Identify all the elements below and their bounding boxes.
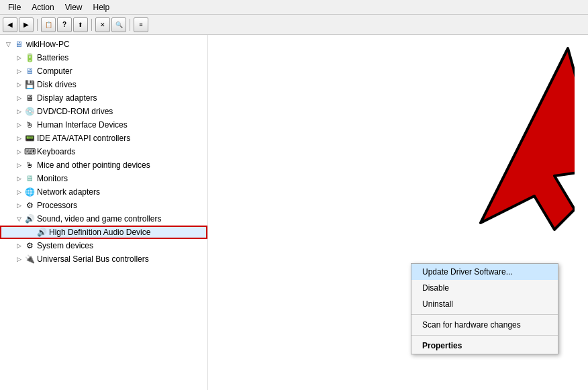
dvd-expander[interactable]: ▷ [13, 106, 24, 117]
keyboards-icon: ⌨ [24, 146, 35, 157]
tree-item-sound[interactable]: ▽ 🔊 Sound, video and game controllers [0, 212, 207, 226]
help-button[interactable]: ? [57, 17, 72, 32]
batteries-expander[interactable]: ▷ [13, 52, 24, 63]
dvd-label: DVD/CD-ROM drives [37, 107, 113, 116]
tree-item-usb[interactable]: ▷ 🔌 Universal Serial Bus controllers [0, 252, 207, 266]
right-panel: Update Driver Software... Disable Uninst… [208, 35, 588, 390]
context-menu-separator-1 [411, 314, 558, 315]
mice-label: Mice and other pointing devices [37, 160, 150, 170]
back-button[interactable]: ◀ [3, 17, 17, 32]
context-menu: Update Driver Software... Disable Uninst… [411, 263, 558, 354]
system-label: System devices [37, 241, 93, 250]
menu-help[interactable]: Help [88, 1, 115, 13]
tree-item-monitors[interactable]: ▷ 🖥 Monitors [0, 172, 207, 185]
tree-item-mice[interactable]: ▷ 🖱 Mice and other pointing devices [0, 158, 207, 172]
display-label: Display adapters [37, 93, 97, 103]
dvd-icon: 💿 [24, 106, 35, 117]
display-icon: 🖥 [24, 93, 35, 103]
usb-expander[interactable]: ▷ [13, 254, 24, 264]
tree-root[interactable]: ▽ 🖥 wikiHow-PC [0, 38, 207, 51]
usb-label: Universal Serial Bus controllers [37, 254, 149, 264]
tree-item-ide[interactable]: ▷ 📟 IDE ATA/ATAPI controllers [0, 132, 207, 145]
mice-expander[interactable]: ▷ [13, 160, 24, 170]
display-expander[interactable]: ▷ [13, 93, 24, 103]
processors-label: Processors [37, 201, 77, 210]
keyboards-label: Keyboards [37, 147, 75, 156]
tree-item-disk[interactable]: ▷ 💾 Disk drives [0, 78, 207, 91]
hid-icon: 🖱 [24, 119, 35, 130]
forward-button[interactable]: ▶ [19, 17, 34, 32]
hid-expander[interactable]: ▷ [13, 119, 24, 130]
tree-item-processors[interactable]: ▷ ⚙ Processors [0, 199, 207, 212]
tree-item-display[interactable]: ▷ 🖥 Display adapters [0, 91, 207, 105]
system-expander[interactable]: ▷ [13, 240, 24, 251]
usb-icon: 🔌 [24, 254, 35, 264]
monitors-label: Monitors [37, 174, 68, 183]
menu-file[interactable]: File [3, 1, 26, 13]
ide-expander[interactable]: ▷ [13, 133, 24, 144]
tree-item-system[interactable]: ▷ ⚙ System devices [0, 239, 207, 252]
context-menu-item-scan[interactable]: Scan for hardware changes [411, 317, 558, 333]
toolbar: ◀ ▶ 📋 ? ⬆ ✕ 🔍 ≡ [0, 15, 588, 35]
menu-view[interactable]: View [60, 1, 88, 13]
root-icon: 🖥 [13, 39, 24, 50]
tree-item-batteries[interactable]: ▷ 🔋 Batteries [0, 51, 207, 64]
scan-hardware-button[interactable]: 🔍 [111, 17, 126, 32]
disk-label: Disk drives [37, 80, 77, 89]
hid-label: Human Interface Devices [37, 120, 128, 130]
system-icon: ⚙ [24, 240, 35, 251]
hd-audio-icon: 🔊 [36, 227, 47, 238]
root-expander[interactable]: ▽ [3, 39, 13, 50]
keyboards-expander[interactable]: ▷ [13, 146, 24, 157]
context-menu-separator-2 [411, 335, 558, 336]
tree-item-dvd[interactable]: ▷ 💿 DVD/CD-ROM drives [0, 105, 207, 118]
disk-icon: 💾 [24, 79, 35, 90]
ide-icon: 📟 [24, 133, 35, 144]
computer-icon: 🖥 [24, 66, 35, 77]
toolbar-separator-1 [37, 19, 38, 31]
monitors-icon: 🖥 [24, 173, 35, 184]
sound-label: Sound, video and game controllers [37, 214, 161, 224]
context-menu-item-disable[interactable]: Disable [411, 280, 558, 296]
root-label: wikiHow-PC [26, 40, 70, 49]
mice-icon: 🖱 [24, 160, 35, 170]
network-expander[interactable]: ▷ [13, 187, 24, 197]
tree-item-keyboards[interactable]: ▷ ⌨ Keyboards [0, 145, 207, 158]
disk-expander[interactable]: ▷ [13, 79, 24, 90]
tree-item-computer[interactable]: ▷ 🖥 Computer [0, 64, 207, 78]
context-menu-item-uninstall[interactable]: Uninstall [411, 296, 558, 312]
tree-item-network[interactable]: ▷ 🌐 Network adapters [0, 185, 207, 199]
network-icon: 🌐 [24, 187, 35, 197]
properties-button[interactable]: 📋 [41, 17, 56, 32]
tree-item-hid[interactable]: ▷ 🖱 Human Interface Devices [0, 118, 207, 132]
ide-label: IDE ATA/ATAPI controllers [37, 134, 130, 143]
hd-audio-label: High Definition Audio Device [49, 228, 150, 237]
sound-expander[interactable]: ▽ [13, 213, 24, 224]
menu-action[interactable]: Action [26, 1, 59, 13]
network-label: Network adapters [37, 187, 100, 197]
svg-marker-0 [481, 48, 575, 230]
main-area: ▽ 🖥 wikiHow-PC ▷ 🔋 Batteries ▷ 🖥 Compute… [0, 35, 588, 390]
toolbar-separator-3 [130, 19, 130, 31]
computer-label: Computer [37, 66, 72, 76]
processors-icon: ⚙ [24, 200, 35, 211]
batteries-icon: 🔋 [24, 52, 35, 63]
device-tree: ▽ 🖥 wikiHow-PC ▷ 🔋 Batteries ▷ 🖥 Compute… [0, 35, 208, 390]
context-menu-item-update-driver[interactable]: Update Driver Software... [411, 264, 558, 280]
processors-expander[interactable]: ▷ [13, 200, 24, 211]
computer-expander[interactable]: ▷ [13, 66, 24, 77]
monitors-expander[interactable]: ▷ [13, 173, 24, 184]
view-button[interactable]: ≡ [134, 17, 148, 32]
toolbar-separator-2 [91, 19, 92, 31]
update-driver-button[interactable]: ⬆ [73, 17, 88, 32]
batteries-label: Batteries [37, 53, 68, 62]
red-arrow [346, 35, 575, 236]
tree-item-hd-audio[interactable]: ▷ 🔊 High Definition Audio Device [0, 226, 207, 239]
context-menu-item-properties[interactable]: Properties [411, 338, 558, 354]
sound-icon: 🔊 [24, 213, 35, 224]
menubar: File Action View Help [0, 0, 588, 15]
uninstall-button[interactable]: ✕ [95, 17, 110, 32]
